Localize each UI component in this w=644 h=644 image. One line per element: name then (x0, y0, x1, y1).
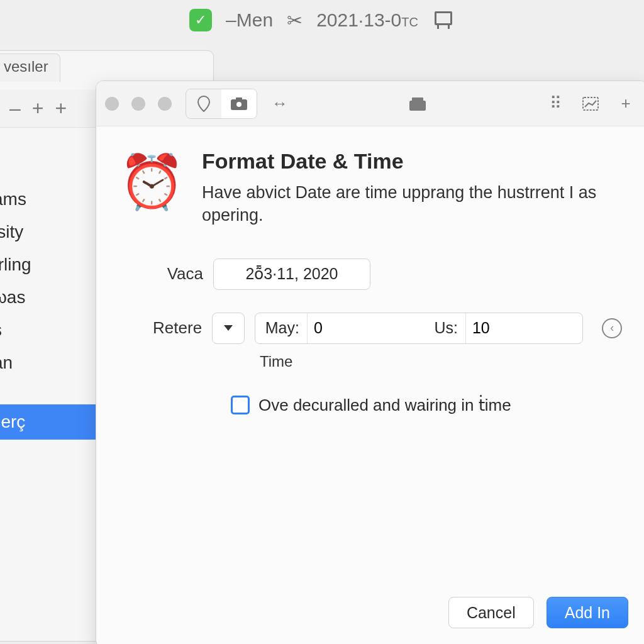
add-button[interactable]: + (55, 97, 67, 120)
resize-horizontal-icon[interactable]: ↔ (267, 91, 292, 116)
retere-dropdown[interactable] (212, 313, 245, 344)
plus-icon[interactable]: + (613, 91, 638, 116)
us-label: Us: (424, 313, 466, 343)
minimize-icon[interactable] (131, 97, 145, 111)
svg-rect-4 (412, 97, 423, 101)
cancel-button[interactable]: Cancel (448, 597, 534, 628)
time-compound-field: May: Us: (255, 313, 584, 344)
svg-rect-3 (409, 101, 426, 111)
time-hint: Time (260, 353, 622, 370)
us-input[interactable] (466, 319, 583, 337)
app-name: –Men (226, 9, 273, 31)
zoom-out-button[interactable]: – (9, 97, 21, 120)
sparkle-icon[interactable]: ⠿ (543, 91, 568, 116)
easel-icon (432, 9, 455, 31)
marker-icon[interactable] (186, 89, 221, 118)
camera-icon[interactable] (221, 89, 257, 118)
decuralled-checkbox[interactable] (231, 396, 250, 414)
dialog-buttons: Cancel Add In (448, 597, 628, 628)
date-value: 2ȭ3·11, 2020 (245, 265, 338, 283)
svg-point-2 (236, 102, 242, 107)
close-icon[interactable] (105, 97, 119, 111)
menubar-date-code: 2021·13-0TC (316, 9, 418, 31)
zoom-in-button[interactable]: + (32, 97, 44, 120)
vaca-label: Vaca (134, 264, 203, 284)
app-badge-icon: ✓ (189, 9, 212, 31)
may-label: May: (255, 313, 308, 343)
menubar: ✓ –Men ✂ 2021·13-0TC (0, 0, 644, 40)
view-segmented-control[interactable] (186, 89, 257, 119)
date-field[interactable]: 2ȭ3·11, 2020 (213, 258, 370, 290)
svg-rect-1 (236, 97, 242, 101)
alarm-clock-icon: ⏰ (119, 149, 184, 214)
chevron-down-icon (224, 325, 233, 331)
dialog-titlebar: ↔ ⠿ + (96, 81, 644, 126)
dialog-description: Have abvict Date are time upprang the hu… (202, 181, 622, 227)
checkbox-label: Ove decuralled and wairing in ṫime (258, 396, 511, 415)
scissors-icon: ✂ (287, 9, 303, 31)
library-icon[interactable] (405, 91, 430, 116)
retere-label: Retere (134, 318, 202, 338)
zoom-icon[interactable] (158, 97, 172, 111)
chart-icon[interactable] (578, 91, 603, 116)
add-in-button[interactable]: Add In (547, 597, 628, 628)
bg-tab[interactable]: vesıler (0, 53, 60, 82)
dialog-title: Format Date & Time (202, 149, 622, 174)
window-controls[interactable] (105, 97, 172, 111)
info-icon[interactable]: ‹ (602, 318, 622, 338)
format-date-time-dialog: ↔ ⠿ + ⏰ Format Date & Time Have abvict D… (96, 80, 644, 644)
may-input[interactable] (308, 319, 425, 337)
dialog-content: ⏰ Format Date & Time Have abvict Date ar… (96, 126, 644, 415)
